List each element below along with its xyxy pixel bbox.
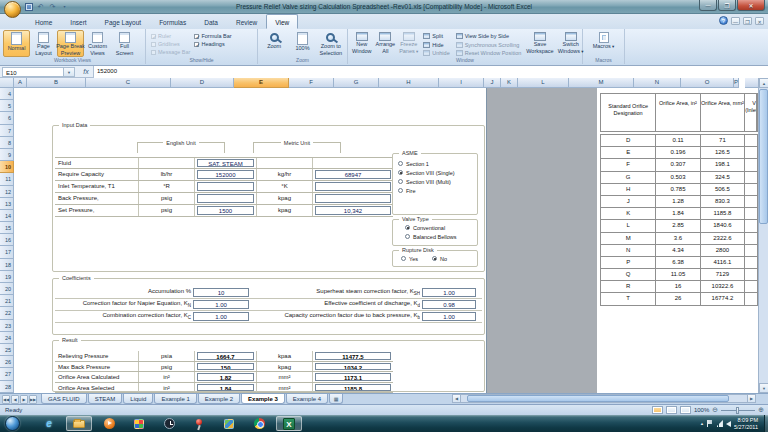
horizontal-scrollbar[interactable]: ◀ ▶: [452, 394, 756, 403]
row-header[interactable]: 4: [0, 88, 14, 100]
column-header[interactable]: H: [379, 78, 439, 88]
asme-radio-option[interactable]: Section 1: [398, 159, 477, 168]
hide-button[interactable]: Hide: [421, 41, 451, 49]
column-header-partial[interactable]: [745, 78, 758, 88]
zoom-out-icon[interactable]: ⊖: [712, 406, 718, 414]
left-coefficient-value[interactable]: 10: [193, 288, 249, 297]
show-hide-checkbox-row[interactable]: Ruler: [151, 33, 190, 39]
show-hide-checkbox-row[interactable]: Gridlines: [151, 41, 190, 47]
last-sheet-icon[interactable]: ▶▶: [29, 395, 37, 404]
taskbar-games[interactable]: [126, 416, 152, 431]
action-center-flag-icon[interactable]: [707, 420, 713, 427]
column-header[interactable]: B: [27, 78, 86, 88]
left-coefficient-value[interactable]: 1.00: [193, 300, 249, 309]
metric-value-cell[interactable]: [315, 194, 391, 203]
asme-radio-option[interactable]: Fire: [398, 186, 477, 195]
taskbar-internet-explorer[interactable]: e: [36, 416, 62, 431]
sheet-tab[interactable]: Example 2: [198, 394, 240, 404]
row-header[interactable]: 18: [0, 259, 14, 271]
select-all-corner[interactable]: [0, 78, 14, 88]
row-header[interactable]: 15: [0, 222, 14, 234]
reset-window-position-button[interactable]: Reset Window Position: [454, 49, 524, 57]
vertical-scroll-thumb[interactable]: [759, 89, 768, 224]
row-header[interactable]: 22: [0, 307, 14, 319]
taskbar-excel[interactable]: X: [276, 416, 302, 431]
workbook-minimize-button[interactable]: —: [731, 17, 740, 25]
macros-button[interactable]: Macros: [590, 30, 617, 57]
radio-icon[interactable]: [398, 188, 403, 193]
row-header[interactable]: 17: [0, 246, 14, 258]
row-header[interactable]: 11: [0, 173, 14, 185]
row-header[interactable]: 7: [0, 125, 14, 137]
taskbar-pinned-app[interactable]: [186, 416, 212, 431]
close-button[interactable]: [737, 0, 765, 11]
sheet-tab[interactable]: Example 1: [154, 394, 196, 404]
view-mode-button[interactable]: Custom Views: [84, 30, 111, 57]
sheet-tab[interactable]: Example 4: [286, 394, 328, 404]
rupture-disk-radio-option[interactable]: No: [432, 255, 447, 262]
row-header[interactable]: 9: [0, 149, 14, 161]
view-mode-button[interactable]: Full Screen: [111, 30, 138, 57]
ribbon-tab[interactable]: Review: [227, 14, 266, 29]
checkbox-icon[interactable]: [194, 34, 199, 39]
row-header[interactable]: 25: [0, 344, 14, 356]
radio-icon[interactable]: [401, 256, 406, 261]
workbook-close-button[interactable]: ✕: [755, 17, 764, 25]
ribbon-tab[interactable]: Insert: [61, 14, 95, 29]
qat-dropdown-icon[interactable]: ▾: [60, 2, 69, 11]
save-workspace-button[interactable]: Save Workspace: [525, 30, 554, 57]
valve-type-radio-option[interactable]: Balanced Bellows: [405, 232, 477, 241]
column-header[interactable]: D: [171, 78, 234, 88]
valve-type-radio-option[interactable]: Conventional: [405, 223, 477, 232]
split-button[interactable]: Split: [421, 32, 451, 40]
column-header[interactable]: P: [734, 78, 739, 88]
radio-icon[interactable]: [398, 161, 403, 166]
metric-value-cell[interactable]: [315, 182, 391, 191]
column-header[interactable]: G: [334, 78, 379, 88]
ribbon-tab[interactable]: View: [266, 14, 298, 29]
office-button[interactable]: [4, 1, 21, 18]
undo-icon[interactable]: ↶: [36, 2, 45, 11]
row-header[interactable]: 23: [0, 320, 14, 332]
horizontal-scroll-thumb[interactable]: [467, 395, 729, 402]
checkbox-icon[interactable]: [151, 50, 156, 55]
show-hide-checkbox-row[interactable]: Headings: [194, 41, 231, 47]
column-header[interactable]: N: [634, 78, 681, 88]
ribbon-tab[interactable]: Page Layout: [96, 14, 151, 29]
zoom-to-selection-button[interactable]: Zoom to Selection: [318, 30, 344, 57]
taskbar-app[interactable]: [216, 416, 242, 431]
row-header[interactable]: 21: [0, 295, 14, 307]
column-header[interactable]: L: [518, 78, 569, 88]
tray-clock[interactable]: 8:09 PM 5/27/2011: [734, 417, 758, 431]
english-value-cell[interactable]: [197, 182, 254, 191]
first-sheet-icon[interactable]: ◀◀: [2, 395, 10, 404]
synchronous-scrolling-button[interactable]: Synchronous Scrolling: [454, 41, 524, 49]
row-header[interactable]: 14: [0, 210, 14, 222]
sheet-tab[interactable]: STEAM: [88, 394, 123, 404]
left-coefficient-value[interactable]: 1.00: [193, 312, 249, 321]
column-header[interactable]: I: [439, 78, 484, 88]
speaker-icon[interactable]: [726, 421, 731, 427]
asme-radio-option[interactable]: Section VIII (Single): [398, 168, 477, 177]
english-value-cell[interactable]: 1500: [197, 206, 254, 215]
arrange-all-button[interactable]: Arrange All: [375, 30, 397, 57]
zoom-in-icon[interactable]: ⊕: [758, 406, 764, 414]
right-coefficient-value[interactable]: 1.00: [422, 288, 476, 297]
maximize-button[interactable]: [718, 0, 736, 11]
help-icon[interactable]: ?: [719, 16, 728, 25]
taskbar-media-player[interactable]: [96, 416, 122, 431]
asme-radio-option[interactable]: Section VIII (Multi): [398, 177, 477, 186]
row-header[interactable]: 10: [0, 161, 14, 173]
column-header[interactable]: K: [501, 78, 518, 88]
zoom-100-button[interactable]: 100%: [289, 30, 315, 57]
row-header[interactable]: 19: [0, 271, 14, 283]
save-icon[interactable]: [25, 3, 33, 11]
scroll-up-icon[interactable]: ▲: [759, 78, 768, 88]
network-icon[interactable]: [716, 420, 723, 427]
row-header[interactable]: 16: [0, 234, 14, 246]
checkbox-icon[interactable]: [151, 42, 156, 47]
column-header[interactable]: C: [86, 78, 171, 88]
right-coefficient-value[interactable]: 0.98: [422, 300, 476, 309]
sheet-tab[interactable]: GAS FLUID: [41, 394, 87, 404]
show-hide-checkbox-row[interactable]: Message Bar: [151, 49, 190, 55]
